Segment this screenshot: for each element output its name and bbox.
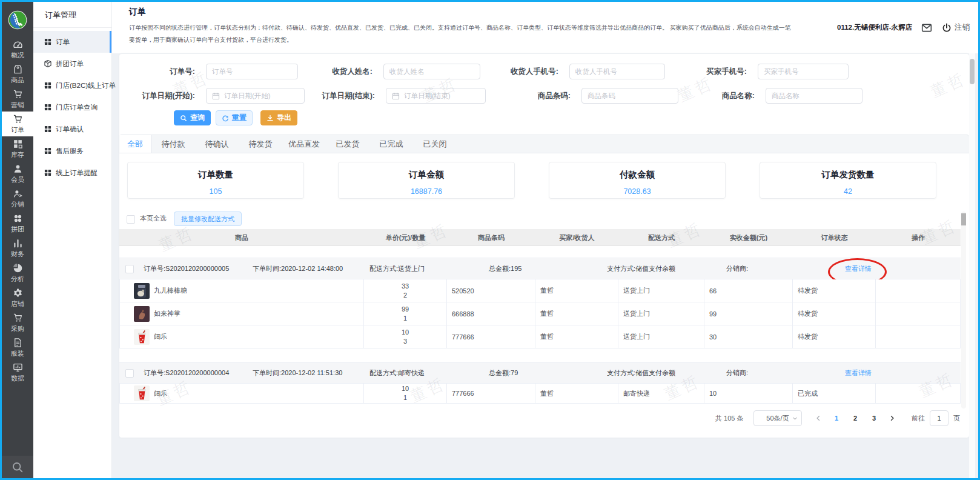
submenu-item-6[interactable]: 售后服务 (33, 140, 111, 162)
goto-page-input[interactable]: 1 (930, 410, 949, 426)
page-title: 订单 (129, 7, 146, 18)
sidebar-item-11[interactable]: 店铺 (2, 285, 33, 310)
submenu-item-1[interactable]: 订单 (33, 31, 111, 53)
input-placeholder: 收货人姓名 (389, 67, 425, 76)
order-item-amount: 10 (709, 390, 717, 397)
order-item-row: 阔乐103777666董哲送货上门30待发货 (119, 325, 961, 348)
order-payment-method: 支付方式:储值支付余额 (607, 258, 675, 279)
sidebar-item-3[interactable]: 营销 (2, 87, 33, 112)
search-button[interactable]: 查询 (174, 110, 211, 125)
mail-icon[interactable] (921, 22, 932, 33)
table-scrollbar-thumb[interactable] (961, 213, 966, 225)
sidebar-item-9[interactable]: 财务 (2, 236, 33, 261)
product-price: 33 (402, 282, 409, 291)
tab-1[interactable]: 全部 (119, 135, 151, 153)
sidebar-item-14[interactable]: 数据 (2, 360, 33, 385)
submenu-item-3[interactable]: 门店(B2C)线上订单 (33, 75, 111, 96)
download-icon (267, 115, 274, 122)
tab-5[interactable]: 优品直发 (282, 135, 326, 153)
price-qty-cell: 332 (364, 279, 447, 302)
product-cell: 如来神掌 (119, 302, 364, 325)
amount-cell: 99 (704, 302, 793, 325)
select-all-checkbox[interactable] (127, 215, 135, 224)
sidebar-search-button[interactable] (2, 456, 33, 478)
tab-2[interactable]: 待付款 (151, 135, 195, 153)
tab-8[interactable]: 已关闭 (413, 135, 457, 153)
product-cell: 九儿棒棒糖 (119, 279, 364, 302)
grid4-icon (44, 38, 52, 46)
logout-link[interactable]: 注销 (955, 22, 970, 33)
submenu-item-7[interactable]: 线上订单提醒 (33, 162, 111, 184)
page-number-3[interactable]: 3 (867, 410, 881, 426)
order-delivery-method: 配送方式:邮寄快递 (369, 362, 425, 384)
sidebar-item-2[interactable]: 商品 (2, 62, 33, 87)
delivery-cell: 邮寄快递 (618, 384, 704, 403)
order-checkbox[interactable] (125, 265, 134, 273)
barcode-cell: 777666 (447, 384, 535, 403)
filter-buttons: 查询 重置 导出 (174, 110, 297, 125)
tab-4[interactable]: 待发货 (239, 135, 282, 153)
table-scrollbar[interactable] (961, 212, 966, 408)
search-button-label: 查询 (190, 113, 205, 123)
reset-button[interactable]: 重置 (216, 110, 253, 125)
page-number-1[interactable]: 1 (829, 410, 844, 426)
order-item-status: 待发货 (798, 309, 818, 318)
view-detail-link[interactable]: 查看详情 (845, 258, 872, 279)
content-scrollbar-thumb[interactable] (970, 59, 975, 84)
tab-7[interactable]: 已完成 (369, 135, 413, 153)
view-detail-link[interactable]: 查看详情 (845, 362, 872, 384)
sidebar-item-1[interactable]: 概况 (2, 37, 33, 62)
filter-input-4[interactable]: 买家手机号 (758, 64, 849, 79)
page-frame: 概况商品营销订单库存会员分销拼团财务分析店铺采购服装数据 订单管理 订单拼团订单… (2, 2, 978, 478)
product-qty: 3 (403, 337, 407, 346)
sidebar-item-6[interactable]: 会员 (2, 161, 33, 186)
export-button[interactable]: 导出 (260, 110, 297, 125)
sidebar-item-4[interactable]: 订单 (2, 112, 33, 136)
chevron-down-icon (792, 416, 798, 421)
order-item-buyer: 董哲 (540, 332, 554, 341)
product-name: 如来神掌 (154, 309, 180, 318)
sidebar-item-12[interactable]: 采购 (2, 310, 33, 335)
next-page-button[interactable] (886, 410, 898, 427)
power-icon[interactable] (942, 23, 952, 33)
column-header-3: 商品条码 (447, 229, 535, 246)
sidebar-item-5[interactable]: 库存 (2, 136, 33, 161)
filter-field-label: 买家手机号: (631, 64, 752, 79)
order-item-buyer: 董哲 (540, 309, 554, 318)
tab-6[interactable]: 已发货 (326, 135, 369, 153)
store-logo-icon[interactable] (8, 10, 27, 30)
header-user-area: 0112.无锡便利店-永辉店 注销 (837, 2, 970, 53)
prev-page-button[interactable] (812, 410, 824, 427)
order-checkbox[interactable] (125, 369, 134, 378)
tab-3[interactable]: 待确认 (195, 135, 239, 153)
cart-icon (13, 313, 23, 323)
product-qty: 2 (403, 291, 407, 300)
submenu-item-5[interactable]: 订单确认 (33, 118, 111, 140)
price-qty-cell: 991 (364, 302, 447, 325)
page-number-2[interactable]: 2 (848, 410, 862, 426)
page-size-select[interactable]: 50条/页 (753, 410, 802, 426)
order-total: 总金额:79 (489, 362, 518, 384)
batch-edit-delivery-button[interactable]: 批量修改配送方式 (174, 212, 242, 226)
submenu-item-label: 门店(B2C)线上订单 (56, 81, 116, 90)
order-item-row: 如来神掌991666888董哲送货上门99待发货 (119, 302, 961, 325)
sidebar-item-10[interactable]: 分析 (2, 261, 33, 285)
submenu-item-2[interactable]: 拼团订单 (33, 53, 111, 75)
main-area: 订单 订单按照不同的状态进行管理，订单状态分别为：待付款、待确认、待发货、优品直… (112, 2, 978, 478)
grid4-icon (44, 168, 52, 177)
sidebar-item-label: 店铺 (11, 299, 24, 308)
barcode-cell: 777666 (447, 325, 535, 348)
submenu-sidebar: 订单管理 订单拼团订单门店(B2C)线上订单门店订单查询订单确认售后服务线上订单… (33, 2, 112, 478)
order-number: 订单号:S2020120200000004 (144, 362, 229, 384)
content-scrollbar[interactable] (969, 53, 975, 478)
submenu-item-4[interactable]: 门店订单查询 (33, 96, 111, 118)
sidebar-item-13[interactable]: 服装 (2, 335, 33, 360)
stat-card-3: 付款金额7028.63 (549, 162, 726, 199)
price-qty-cell: 101 (364, 384, 447, 403)
product-price: 10 (402, 384, 409, 393)
sidebar-item-8[interactable]: 拼团 (2, 211, 33, 236)
buyer-cell: 董哲 (535, 384, 618, 403)
filter-input-8[interactable]: 商品名称 (766, 88, 862, 104)
sidebar-item-7[interactable]: 分销 (2, 186, 33, 211)
filter-field-label: 商品条码: (455, 88, 576, 104)
